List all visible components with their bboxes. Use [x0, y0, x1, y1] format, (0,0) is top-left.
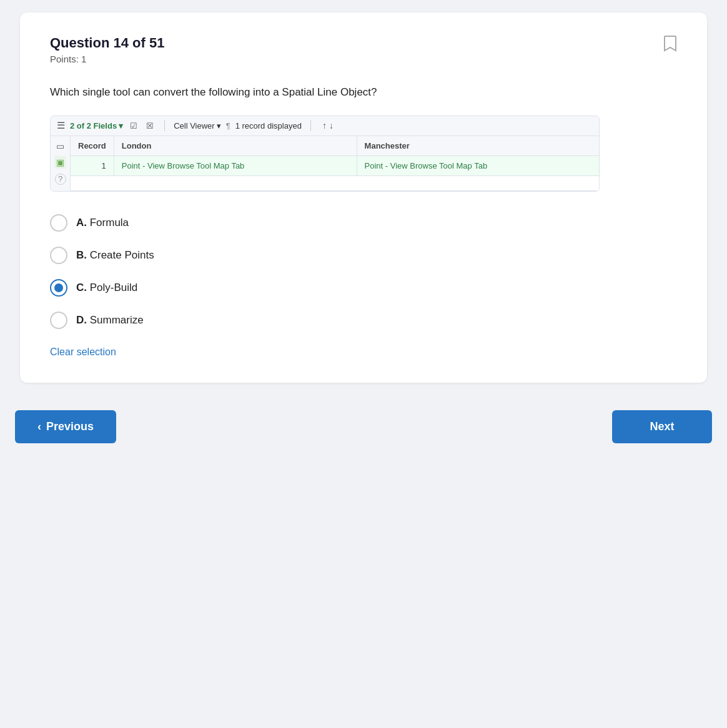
arrow-down-button[interactable]: ↓: [329, 121, 334, 130]
question-meta: Question 14 of 51 Points: 1: [50, 35, 164, 64]
fields-label: 2 of 2 Fields: [70, 121, 117, 130]
radio-d[interactable]: [50, 312, 67, 329]
table-header-row: Record London Manchester: [71, 136, 599, 156]
bottom-nav: ‹ Previous Next: [0, 393, 727, 456]
cell-viewer-button[interactable]: Cell Viewer ▾: [174, 121, 221, 130]
list-icon: ☰: [57, 120, 65, 131]
chevron-down-icon: ▾: [119, 121, 123, 130]
previous-button[interactable]: ‹ Previous: [15, 410, 116, 443]
bookmark-icon[interactable]: [663, 35, 677, 56]
options-list: A. Formula B. Create Points C. Poly-Buil…: [50, 214, 677, 329]
page-wrapper: Question 14 of 51 Points: 1 Which single…: [0, 12, 727, 456]
radio-c-inner: [54, 283, 63, 292]
question-header: Question 14 of 51 Points: 1: [50, 35, 677, 64]
cell-record: 1: [71, 155, 114, 175]
prev-chevron-icon: ‹: [37, 420, 41, 433]
option-b[interactable]: B. Create Points: [50, 247, 677, 264]
radio-a[interactable]: [50, 214, 67, 232]
radio-c[interactable]: [50, 279, 67, 297]
col-manchester: Manchester: [357, 136, 599, 156]
option-a-label: A. Formula: [76, 217, 129, 229]
paragraph-icon: ¶: [226, 121, 230, 130]
record-count: 1 record displayed: [235, 121, 302, 130]
previous-label: Previous: [46, 420, 94, 433]
table-area: Record London Manchester 1 Point - View …: [71, 136, 599, 191]
record-nav-arrows: ↑ ↓: [322, 121, 334, 130]
cell-viewer-chevron-icon: ▾: [217, 121, 221, 130]
viewer-toolbar: ☰ 2 of 2 Fields ▾ ☑ ☒ Cell Viewer ▾ ¶ 1 …: [51, 116, 599, 136]
option-c[interactable]: C. Poly-Build: [50, 279, 677, 297]
col-london: London: [114, 136, 357, 156]
check-square-icon[interactable]: ☑: [128, 120, 139, 132]
col-record: Record: [71, 136, 114, 156]
data-viewer: ☰ 2 of 2 Fields ▾ ☑ ☒ Cell Viewer ▾ ¶ 1 …: [50, 116, 600, 192]
arrow-up-button[interactable]: ↑: [322, 121, 327, 130]
option-c-label: C. Poly-Build: [76, 282, 137, 294]
cell-london: Point - View Browse Tool Map Tab: [114, 155, 357, 175]
question-title: Question 14 of 51: [50, 35, 164, 51]
table-empty-row: [71, 175, 599, 190]
option-d-label: D. Summarize: [76, 314, 144, 327]
question-text: Which single tool can convert the follow…: [50, 84, 677, 101]
sidebar-list-icon[interactable]: ▭: [56, 141, 64, 151]
cell-manchester: Point - View Browse Tool Map Tab: [357, 155, 599, 175]
question-points: Points: 1: [50, 54, 164, 64]
question-card: Question 14 of 51 Points: 1 Which single…: [20, 12, 707, 383]
data-table: Record London Manchester 1 Point - View …: [71, 136, 599, 191]
sidebar-help-icon[interactable]: ?: [55, 174, 66, 185]
next-label: Next: [650, 420, 674, 433]
table-row: 1 Point - View Browse Tool Map Tab Point…: [71, 155, 599, 175]
fields-button[interactable]: 2 of 2 Fields ▾: [70, 121, 123, 130]
x-square-icon[interactable]: ☒: [144, 120, 156, 132]
option-b-label: B. Create Points: [76, 249, 154, 262]
cell-viewer-label: Cell Viewer: [174, 121, 215, 130]
sidebar-active-icon[interactable]: ▣: [54, 156, 66, 169]
next-button[interactable]: Next: [612, 410, 712, 443]
toolbar-divider-2: [310, 120, 311, 131]
toolbar-divider: [164, 120, 165, 131]
radio-b[interactable]: [50, 247, 67, 264]
clear-selection-button[interactable]: Clear selection: [50, 347, 116, 358]
option-a[interactable]: A. Formula: [50, 214, 677, 232]
option-d[interactable]: D. Summarize: [50, 312, 677, 329]
sidebar-panel: ▭ ▣ ?: [51, 136, 71, 191]
viewer-body: ▭ ▣ ? Record London Manchester: [51, 136, 599, 191]
